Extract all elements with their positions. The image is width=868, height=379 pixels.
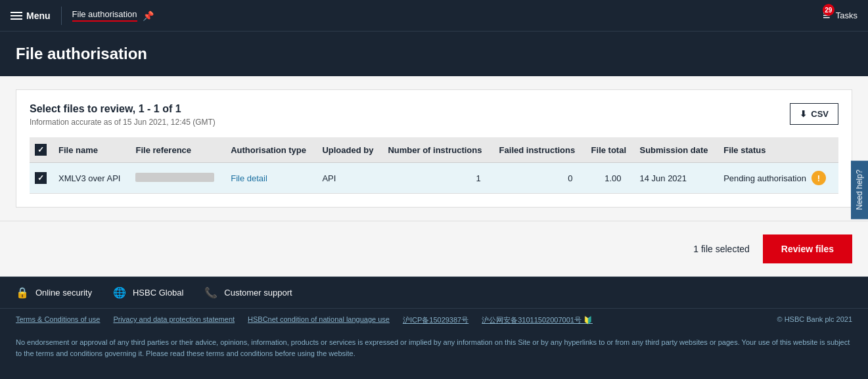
hamburger-icon: [11, 12, 22, 20]
download-icon: ⬇: [800, 109, 807, 119]
row-checkbox[interactable]: [35, 172, 47, 184]
warning-icon: !: [811, 171, 826, 185]
csv-button[interactable]: ⬇ CSV: [790, 103, 838, 125]
table-row: XMLV3 over API File detail API 1 0 1.00 …: [30, 163, 838, 194]
cell-uploaded-by: API: [317, 163, 382, 194]
footer-nav-customer-support[interactable]: 📞 Customer support: [204, 286, 292, 299]
col-auth-type: Authorisation type: [225, 137, 317, 163]
footer-nav-hsbc-global[interactable]: 🌐 HSBC Global: [113, 286, 183, 299]
cell-file-total: 1.00: [586, 163, 635, 194]
table-header-row: File name File reference Authorisation t…: [30, 137, 838, 163]
terms-link[interactable]: Terms & Conditions of use: [16, 315, 100, 325]
col-file-reference: File reference: [130, 137, 225, 163]
action-bar: 1 file selected Review files: [0, 221, 868, 277]
col-file-name: File name: [53, 137, 130, 163]
copyright-text: © HSBC Bank plc 2021: [777, 315, 853, 325]
col-num-instructions: Number of instructions: [382, 137, 493, 163]
tasks-label[interactable]: Tasks: [836, 11, 857, 20]
pin-icon[interactable]: 📌: [143, 11, 154, 21]
need-help-tab[interactable]: Need help?: [851, 160, 868, 219]
top-nav: Menu File authorisation 📌 ≡ 29 Tasks: [0, 0, 868, 32]
privacy-link[interactable]: Privacy and data protection statement: [113, 315, 235, 325]
lock-icon: 🔒: [16, 286, 29, 299]
icp-link[interactable]: 沪ICP备15029387号: [403, 315, 468, 325]
online-security-label: Online security: [35, 288, 92, 298]
footer-nav-online-security[interactable]: 🔒 Online security: [16, 286, 92, 299]
nav-right: ≡ 29 Tasks: [823, 8, 857, 23]
need-help-label: Need help?: [855, 169, 864, 210]
customer-support-label: Customer support: [224, 288, 292, 298]
hsbc-global-label: HSBC Global: [133, 288, 183, 298]
pending-auth-label: Pending authorisation: [723, 173, 806, 183]
select-all-checkbox[interactable]: [35, 144, 47, 156]
file-list-card: Select files to review, 1 - 1 of 1 Infor…: [16, 89, 852, 208]
page-header: File authorisation: [0, 32, 868, 76]
card-header: Select files to review, 1 - 1 of 1 Infor…: [30, 103, 838, 127]
nav-divider: [61, 7, 62, 25]
file-selected-text: 1 file selected: [693, 244, 750, 254]
cell-num-instructions: 1: [382, 163, 493, 194]
breadcrumb-text[interactable]: File authorisation: [72, 9, 137, 22]
security-record-link[interactable]: 沪公网安备31011502007001号 🔰: [482, 315, 593, 325]
card-header-left: Select files to review, 1 - 1 of 1 Infor…: [30, 103, 216, 127]
card-subtitle: Information accurate as of 15 Jun 2021, …: [30, 118, 216, 127]
footer-nav: 🔒 Online security 🌐 HSBC Global 📞 Custom…: [0, 277, 868, 308]
phone-icon: 📞: [204, 286, 217, 299]
cell-failed-instructions: 0: [494, 163, 586, 194]
footer-links: Terms & Conditions of use Privacy and da…: [0, 308, 868, 332]
cell-file-name: XMLV3 over API: [53, 163, 130, 194]
breadcrumb: File authorisation 📌: [72, 9, 154, 22]
menu-button[interactable]: Menu: [11, 11, 51, 21]
col-submission-date: Submission date: [634, 137, 718, 163]
tasks-badge: 29: [823, 4, 834, 16]
card-title: Select files to review, 1 - 1 of 1: [30, 103, 216, 115]
main-content: Select files to review, 1 - 1 of 1 Infor…: [0, 76, 868, 221]
cell-file-reference: [130, 163, 225, 194]
page-title: File authorisation: [16, 45, 852, 63]
row-checkbox-cell: [30, 163, 53, 194]
csv-label: CSV: [811, 109, 829, 119]
menu-label: Menu: [26, 11, 51, 21]
cell-auth-type[interactable]: File detail: [225, 163, 317, 194]
cell-submission-date: 14 Jun 2021: [634, 163, 718, 194]
status-cell: Pending authorisation !: [723, 171, 833, 185]
disclaimer-text: No endorsement or approval of any third …: [16, 338, 850, 357]
files-table: File name File reference Authorisation t…: [30, 137, 838, 194]
globe-icon: 🌐: [113, 286, 126, 299]
review-files-button[interactable]: Review files: [763, 234, 852, 263]
col-uploaded-by: Uploaded by: [317, 137, 382, 163]
select-all-header: [30, 137, 53, 163]
col-failed-instructions: Failed instructions: [494, 137, 586, 163]
hsbcnet-link[interactable]: HSBCnet condition of national language u…: [248, 315, 390, 325]
tasks-button[interactable]: ≡ 29: [823, 8, 831, 23]
cell-file-status: Pending authorisation !: [718, 163, 838, 194]
col-file-total: File total: [586, 137, 635, 163]
footer-disclaimer: No endorsement or approval of any third …: [0, 332, 868, 367]
file-reference-blurred: [135, 173, 214, 182]
col-file-status: File status: [718, 137, 838, 163]
